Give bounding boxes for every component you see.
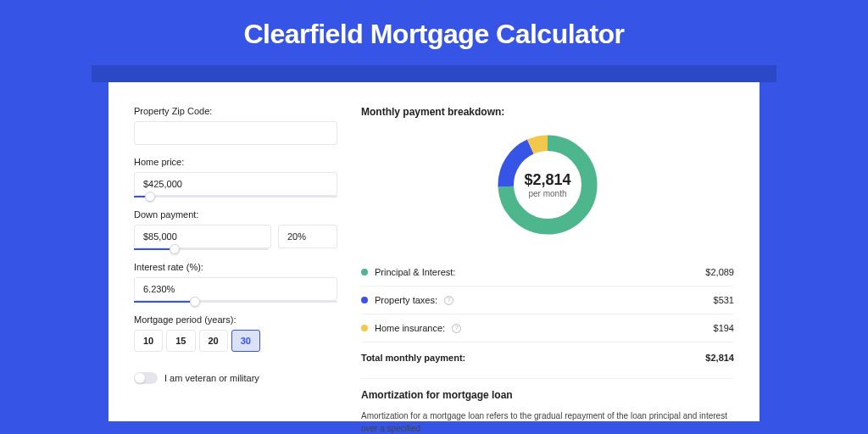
downpayment-slider-fill bbox=[134, 248, 175, 250]
price-slider-thumb[interactable] bbox=[145, 192, 155, 202]
donut-chart: $2,814 per month bbox=[492, 130, 603, 240]
zip-label: Property Zip Code: bbox=[134, 106, 337, 116]
input-column: Property Zip Code: Home price: Down paym… bbox=[134, 106, 337, 421]
price-input[interactable] bbox=[134, 172, 337, 196]
breakdown-column: Monthly payment breakdown: $2,814 per mo… bbox=[361, 106, 734, 421]
price-label: Home price: bbox=[134, 157, 337, 167]
legend-total-value: $2,814 bbox=[705, 353, 734, 363]
rate-field-group: Interest rate (%): bbox=[134, 262, 337, 303]
veteran-toggle-row: I am veteran or military bbox=[134, 372, 337, 384]
dot-principal bbox=[361, 269, 368, 275]
legend-total-label: Total monthly payment: bbox=[361, 353, 465, 363]
legend-row-insurance: Home insurance: ? $194 bbox=[361, 314, 734, 342]
zip-field-group: Property Zip Code: bbox=[134, 106, 337, 145]
downpayment-slider-thumb[interactable] bbox=[170, 244, 180, 254]
amortization-title: Amortization for mortgage loan bbox=[361, 389, 734, 401]
rate-input[interactable] bbox=[134, 277, 337, 301]
period-btn-20[interactable]: 20 bbox=[199, 330, 228, 352]
downpayment-field-group: Down payment: bbox=[134, 209, 337, 250]
downpayment-label: Down payment: bbox=[134, 209, 337, 220]
legend-total-row: Total monthly payment: $2,814 bbox=[361, 342, 734, 378]
legend-label-principal: Principal & Interest: bbox=[375, 267, 455, 277]
downpayment-percent-input[interactable] bbox=[278, 225, 337, 248]
period-options: 10 15 20 30 bbox=[134, 330, 337, 352]
veteran-toggle-label: I am veteran or military bbox=[164, 373, 259, 383]
donut-sub: per month bbox=[528, 189, 566, 198]
info-icon[interactable]: ? bbox=[452, 324, 461, 333]
amortization-text: Amortization for a mortgage loan refers … bbox=[361, 409, 734, 434]
info-icon[interactable]: ? bbox=[444, 296, 453, 305]
downpayment-amount-input[interactable] bbox=[134, 225, 271, 248]
legend-label-insurance: Home insurance: bbox=[375, 323, 445, 333]
donut-amount: $2,814 bbox=[524, 171, 570, 189]
legend-row-taxes: Property taxes: ? $531 bbox=[361, 287, 734, 314]
legend-value-insurance: $194 bbox=[714, 323, 734, 333]
period-btn-10[interactable]: 10 bbox=[134, 330, 163, 352]
dot-taxes bbox=[361, 297, 368, 303]
calculator-card: Property Zip Code: Home price: Down paym… bbox=[108, 82, 760, 421]
veteran-toggle[interactable] bbox=[134, 372, 158, 384]
page-title: Clearfield Mortgage Calculator bbox=[0, 0, 868, 65]
dot-insurance bbox=[361, 325, 368, 331]
period-btn-30[interactable]: 30 bbox=[231, 330, 260, 352]
veteran-toggle-knob bbox=[135, 373, 145, 383]
donut-chart-wrap: $2,814 per month bbox=[361, 130, 734, 240]
rate-slider-thumb[interactable] bbox=[190, 297, 200, 307]
price-slider[interactable] bbox=[134, 196, 337, 198]
legend-value-taxes: $531 bbox=[714, 295, 734, 305]
amortization-section: Amortization for mortgage loan Amortizat… bbox=[361, 378, 734, 434]
rate-label: Interest rate (%): bbox=[134, 262, 337, 272]
period-label: Mortgage period (years): bbox=[134, 314, 337, 325]
legend-label-taxes: Property taxes: bbox=[375, 295, 437, 305]
period-field-group: Mortgage period (years): 10 15 20 30 bbox=[134, 314, 337, 352]
legend-row-principal: Principal & Interest: $2,089 bbox=[361, 259, 734, 287]
downpayment-slider[interactable] bbox=[134, 248, 268, 250]
period-btn-15[interactable]: 15 bbox=[166, 330, 195, 352]
legend-value-principal: $2,089 bbox=[705, 267, 734, 277]
header-band bbox=[92, 65, 776, 82]
donut-center: $2,814 per month bbox=[492, 130, 603, 240]
rate-slider-fill bbox=[134, 301, 195, 303]
zip-input[interactable] bbox=[134, 121, 337, 145]
breakdown-title: Monthly payment breakdown: bbox=[361, 106, 734, 118]
price-field-group: Home price: bbox=[134, 157, 337, 198]
rate-slider[interactable] bbox=[134, 301, 337, 303]
